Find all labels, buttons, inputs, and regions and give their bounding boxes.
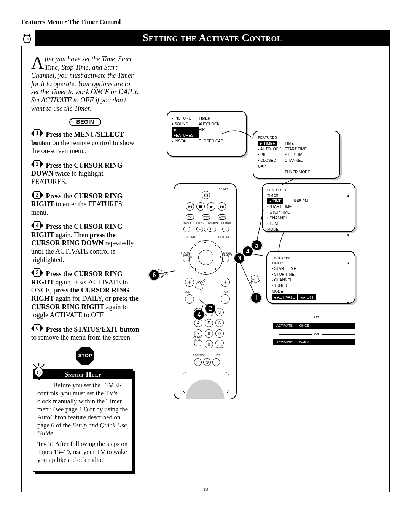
osd-screen-features: FEATURES▶ TIMERTIMEAUTOLOCKSTART TIMEPIP… — [253, 131, 340, 179]
transport-button: ⏹ — [196, 202, 205, 211]
osd-screen-timer: FEATURESTIMER▲TIME8:05 PMSTART TIMESTOP … — [262, 183, 355, 232]
osd-screen-main: PICTURETIMERSOUNDAUTOLOCK▶ FEATURESPIPIN… — [167, 111, 247, 157]
swap-button — [183, 227, 190, 232]
page-title: Setting the Activate Control — [35, 30, 390, 46]
diagram-area: PICTURETIMERSOUNDAUTOLOCK▶ FEATURESPIPIN… — [151, 111, 375, 419]
smart-help-box: Smart Help Before you set the TIMER cont… — [33, 369, 133, 472]
activate-daily-pill: ACTIVATE DAILY — [273, 339, 355, 345]
acc-button: ACC — [218, 214, 226, 220]
lightbulb-icon — [31, 362, 46, 381]
callout-4b: 4 — [193, 309, 205, 320]
keypad-5: 5 — [205, 319, 213, 327]
breadcrumb: Features Menu • The Timer Control — [21, 18, 390, 26]
keypad-9: 9 — [215, 329, 224, 338]
tv-button: TV — [186, 214, 194, 220]
step-3: 3 Press the CURSOR RING RIGHT to enter t… — [31, 191, 139, 217]
step-1: 1 Press the MENU/SELECT button on the re… — [31, 129, 139, 155]
callout-6: 6 — [148, 269, 160, 281]
freeze-button — [222, 227, 229, 232]
step-4: 4 Press the CURSOR RING RIGHT again. The… — [31, 221, 139, 264]
rocker-down: − — [185, 294, 194, 304]
smart-help-title: Smart Help — [64, 371, 102, 378]
vcr-button: VCR — [202, 214, 210, 220]
page-number: 18 — [203, 486, 208, 492]
svg-line-3 — [42, 364, 44, 367]
begin-label: BEGIN — [69, 118, 101, 126]
alarm-clock-icon — [21, 33, 33, 44]
transport-button: ⏮ — [186, 202, 194, 211]
svg-point-4 — [35, 367, 43, 377]
keypad-8: 8 — [205, 329, 213, 338]
intro-paragraph: After you have set the Time, Start Time,… — [31, 55, 139, 113]
keypad-3: 3 — [215, 308, 224, 316]
transport-button: ▶ — [207, 202, 215, 211]
rocker-up: + — [221, 278, 230, 287]
step-2: 2 Press the CURSOR RING DOWN twice to hi… — [31, 160, 139, 186]
osd-screen-activate: FEATURESTIMER▲START TIMESTOP TIMECHANNEL… — [266, 251, 355, 304]
rocker-down: − — [221, 294, 230, 304]
svg-line-2 — [33, 364, 36, 367]
stop-icon: STOP — [76, 347, 94, 365]
instructions-column: After you have set the Time, Start Time,… — [31, 55, 139, 472]
activate-once-pill: ACTIVATE ONCE — [273, 323, 355, 329]
callout-1: 1 — [250, 292, 262, 304]
transport-button: ⏭ — [218, 202, 226, 211]
sleep-button — [215, 340, 224, 346]
pointing-hand-icon: ☞ — [243, 269, 263, 291]
step-5: 5 Press the CURSOR RING RIGHT again to s… — [31, 268, 139, 320]
callout-5: 5 — [251, 240, 263, 251]
callout-2: 2 — [205, 303, 216, 314]
power-button: ⏻ — [202, 191, 210, 199]
keypad-0: 0 — [205, 340, 213, 348]
step-6: 6 Press the STATUS/EXIT button to remove… — [31, 324, 139, 342]
keypad-6: 6 — [215, 319, 224, 327]
